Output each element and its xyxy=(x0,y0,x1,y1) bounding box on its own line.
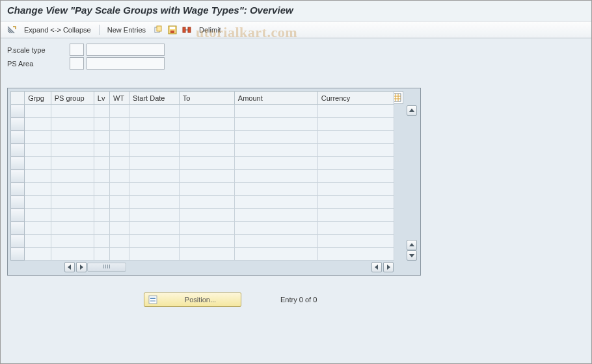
row-selector[interactable] xyxy=(11,118,25,131)
grid-cell[interactable] xyxy=(51,235,94,248)
grid-cell[interactable] xyxy=(317,131,394,144)
col-header-grpg[interactable]: Grpg xyxy=(25,92,51,105)
scroll-down-icon[interactable] xyxy=(407,250,417,261)
table-row[interactable] xyxy=(11,196,394,209)
table-row[interactable] xyxy=(11,157,394,170)
grid-cell[interactable] xyxy=(94,131,109,144)
row-selector[interactable] xyxy=(11,222,25,235)
grid-cell[interactable] xyxy=(109,118,129,131)
grid-cell[interactable] xyxy=(25,222,51,235)
grid-cell[interactable] xyxy=(109,183,129,196)
pscale-type-input[interactable] xyxy=(87,44,165,56)
grid-cell[interactable] xyxy=(109,235,129,248)
grid-cell[interactable] xyxy=(25,248,51,261)
horizontal-scrollbar[interactable] xyxy=(10,261,394,272)
grid-cell[interactable] xyxy=(179,209,234,222)
grid-cell[interactable] xyxy=(179,235,234,248)
table-row[interactable] xyxy=(11,144,394,157)
grid-cell[interactable] xyxy=(179,248,234,261)
row-selector[interactable] xyxy=(11,183,25,196)
col-header-psgroup[interactable]: PS group xyxy=(51,92,94,105)
grid-cell[interactable] xyxy=(234,222,317,235)
row-selector[interactable] xyxy=(11,157,25,170)
col-header-lv[interactable]: Lv xyxy=(94,92,109,105)
grid-cell[interactable] xyxy=(51,248,94,261)
grid-cell[interactable] xyxy=(51,131,94,144)
scroll-up-icon[interactable] xyxy=(407,105,417,116)
grid-cell[interactable] xyxy=(109,209,129,222)
grid-cell[interactable] xyxy=(25,170,51,183)
grid-cell[interactable] xyxy=(234,118,317,131)
grid-cell[interactable] xyxy=(129,170,179,183)
grid-cell[interactable] xyxy=(179,105,234,118)
grid-cell[interactable] xyxy=(234,131,317,144)
grid-cell[interactable] xyxy=(179,170,234,183)
grid-cell[interactable] xyxy=(51,118,94,131)
grid-cell[interactable] xyxy=(129,105,179,118)
grid-cell[interactable] xyxy=(25,118,51,131)
position-button[interactable]: Position... xyxy=(144,292,241,307)
grid-cell[interactable] xyxy=(234,157,317,170)
table-row[interactable] xyxy=(11,222,394,235)
grid-cell[interactable] xyxy=(129,248,179,261)
grid-cell[interactable] xyxy=(94,222,109,235)
vertical-scrollbar[interactable] xyxy=(406,105,418,261)
grid-cell[interactable] xyxy=(234,105,317,118)
grid-cell[interactable] xyxy=(317,235,394,248)
grid-cell[interactable] xyxy=(129,183,179,196)
scroll-right-icon[interactable] xyxy=(76,262,87,272)
grid-cell[interactable] xyxy=(129,131,179,144)
grid-cell[interactable] xyxy=(129,196,179,209)
row-selector[interactable] xyxy=(11,105,25,118)
row-selector[interactable] xyxy=(11,131,25,144)
grid-cell[interactable] xyxy=(25,209,51,222)
table-row[interactable] xyxy=(11,235,394,248)
grid-cell[interactable] xyxy=(317,105,394,118)
row-selector[interactable] xyxy=(11,209,25,222)
grid-cell[interactable] xyxy=(94,118,109,131)
grid-cell[interactable] xyxy=(179,222,234,235)
grid-cell[interactable] xyxy=(129,144,179,157)
grid-cell[interactable] xyxy=(25,105,51,118)
grid-cell[interactable] xyxy=(109,196,129,209)
grid-cell[interactable] xyxy=(129,222,179,235)
grid-cell[interactable] xyxy=(179,144,234,157)
grid-cell[interactable] xyxy=(109,222,129,235)
grid-cell[interactable] xyxy=(51,170,94,183)
scroll-left-end-icon[interactable] xyxy=(371,262,382,272)
grid-cell[interactable] xyxy=(109,144,129,157)
grid-cell[interactable] xyxy=(109,105,129,118)
grid-cell[interactable] xyxy=(94,248,109,261)
scroll-up2-icon[interactable] xyxy=(407,240,417,250)
row-selector[interactable] xyxy=(11,235,25,248)
grid-table[interactable]: Grpg PS group Lv WT Start Date To Amount… xyxy=(10,91,394,261)
grid-cell[interactable] xyxy=(51,196,94,209)
grid-cell[interactable] xyxy=(51,209,94,222)
ps-area-code[interactable] xyxy=(70,57,84,70)
grid-cell[interactable] xyxy=(94,144,109,157)
row-selector[interactable] xyxy=(11,248,25,261)
grid-cell[interactable] xyxy=(179,183,234,196)
grid-cell[interactable] xyxy=(94,157,109,170)
grid-cell[interactable] xyxy=(317,183,394,196)
grid-cell[interactable] xyxy=(317,248,394,261)
grid-cell[interactable] xyxy=(317,118,394,131)
table-row[interactable] xyxy=(11,248,394,261)
grid-cell[interactable] xyxy=(109,157,129,170)
grid-cell[interactable] xyxy=(25,235,51,248)
grid-cell[interactable] xyxy=(234,209,317,222)
col-header-wt[interactable]: WT xyxy=(109,92,129,105)
grid-cell[interactable] xyxy=(129,209,179,222)
col-header-select[interactable] xyxy=(11,92,25,105)
row-selector[interactable] xyxy=(11,144,25,157)
grid-cell[interactable] xyxy=(317,157,394,170)
save-icon[interactable] xyxy=(167,24,178,36)
grid-cell[interactable] xyxy=(94,235,109,248)
grid-cell[interactable] xyxy=(94,105,109,118)
col-header-to[interactable]: To xyxy=(179,92,234,105)
grid-cell[interactable] xyxy=(51,183,94,196)
new-entries-button[interactable]: New Entries xyxy=(103,26,150,34)
table-row[interactable] xyxy=(11,105,394,118)
grid-cell[interactable] xyxy=(179,196,234,209)
col-header-amount[interactable]: Amount xyxy=(234,92,317,105)
